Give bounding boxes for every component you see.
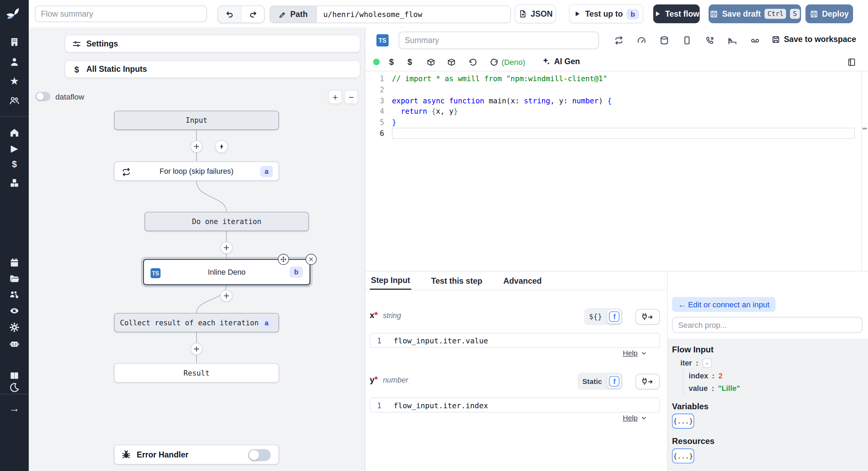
json-button[interactable]: JSON (515, 5, 556, 23)
code-line[interactable]: 3export async function main(x: string, y… (365, 95, 861, 106)
field-y-expression-editor[interactable]: 1 flow_input.iter.index (370, 397, 660, 412)
add-step-button[interactable] (190, 343, 202, 355)
sidebar-item-user[interactable] (0, 54, 29, 70)
node-do-one-iteration[interactable]: Do one iteration (144, 212, 309, 231)
node-inline-deno-selected[interactable]: TS Inline Deno b (143, 259, 310, 285)
javascript-mode-segment[interactable]: f (608, 374, 621, 388)
package-lock-button[interactable] (445, 57, 457, 68)
code-line[interactable]: 2 (365, 84, 861, 95)
save-to-workspace-button[interactable]: Save to workspace (772, 35, 856, 44)
error-handler-row[interactable]: Error Handler (114, 445, 279, 464)
path-button[interactable]: Path (270, 6, 317, 23)
step-summary-input[interactable] (399, 32, 599, 49)
sidebar-item-favorites[interactable]: ★ (0, 72, 29, 89)
cache-button[interactable] (658, 34, 670, 46)
error-handler-toggle[interactable] (248, 449, 270, 461)
add-step-button[interactable] (220, 242, 233, 254)
sidebar-item-home[interactable] (0, 125, 29, 141)
prop-row-index[interactable]: index : 2 (688, 371, 723, 380)
resources-title: Resources (672, 436, 715, 446)
save-draft-button[interactable]: Save draft Ctrl S (709, 5, 801, 23)
windmill-logo[interactable] (0, 6, 29, 24)
test-flow-button[interactable]: Test flow (653, 5, 700, 23)
sleep-button[interactable] (726, 34, 738, 46)
refresh-icon (489, 57, 499, 67)
field-x-connect-button[interactable] (635, 309, 660, 325)
package-button[interactable] (425, 57, 436, 68)
prop-row-value[interactable]: value : "Lille" (688, 384, 740, 393)
sidebar-item-runs[interactable]: ▶ (0, 140, 29, 156)
variable-picker-icon[interactable]: $ (389, 57, 394, 66)
node-for-loop[interactable]: For loop (skip failures) a (114, 162, 279, 181)
deploy-button[interactable]: Deploy (806, 5, 853, 23)
sidebar-item-workspace[interactable] (0, 34, 29, 50)
collapse-iter-button[interactable]: - (702, 358, 712, 368)
code-line[interactable]: 6 (365, 128, 861, 139)
flow-settings-button[interactable]: Settings (65, 35, 360, 52)
tab-advanced[interactable]: Advanced (502, 272, 543, 290)
mock-button[interactable] (749, 34, 761, 46)
node-collect-result[interactable]: Collect result of each iteration a (114, 313, 279, 332)
prop-row-iter[interactable]: iter : - (681, 358, 712, 368)
node-result[interactable]: Result (114, 363, 279, 383)
zoom-out-button[interactable]: − (344, 90, 358, 104)
sidebar-item-groups[interactable] (0, 286, 29, 303)
field-y-mode-toggle[interactable]: Static f (577, 373, 623, 390)
early-stop-button[interactable] (681, 34, 693, 46)
ai-gen-button[interactable]: AI Gen (541, 57, 580, 66)
path-input[interactable] (317, 6, 510, 23)
zoom-in-button[interactable]: + (328, 90, 342, 104)
tab-test-this-step[interactable]: Test this step (430, 272, 484, 290)
all-static-inputs-button[interactable]: $ All Static Inputs (65, 60, 360, 78)
add-trigger-button[interactable] (215, 140, 228, 153)
variables-object-button[interactable]: {...} (672, 414, 694, 429)
flow-summary-input[interactable] (35, 6, 207, 22)
mode-label[interactable]: ${} (586, 312, 606, 321)
suspend-button[interactable] (703, 34, 716, 46)
reload-runtime-button[interactable] (488, 57, 499, 68)
resources-object-button[interactable]: {...} (672, 448, 694, 463)
reset-code-button[interactable] (467, 57, 478, 68)
sidebar-item-settings[interactable] (0, 319, 29, 336)
runtime-label[interactable]: (Deno) (502, 58, 525, 67)
field-x-expression-editor[interactable]: 1 flow_input.iter.value (370, 333, 660, 348)
mode-label[interactable]: Static (579, 377, 606, 385)
field-y-connect-button[interactable] (635, 374, 660, 389)
retry-settings-button[interactable] (613, 34, 625, 46)
node-input[interactable]: Input (114, 111, 279, 130)
sidebar-item-variables[interactable]: $ (0, 156, 29, 173)
field-y-help-link[interactable]: Help (623, 414, 647, 422)
save-icon (772, 35, 780, 43)
add-step-button[interactable] (220, 290, 233, 302)
delete-node-button[interactable] (306, 254, 317, 265)
plug-arrow-icon (641, 377, 654, 386)
required-star: * (374, 310, 378, 320)
concurrency-limit-button[interactable] (635, 34, 648, 46)
sidebar-item-team[interactable] (0, 92, 29, 109)
dataflow-toggle[interactable] (35, 92, 50, 101)
sidebar-item-resources[interactable] (0, 175, 29, 191)
tab-step-input[interactable]: Step Input (370, 272, 411, 290)
search-prop-input[interactable] (672, 317, 862, 333)
test-up-to-button[interactable]: Test up to b (569, 5, 643, 23)
code-line[interactable]: 5} (365, 117, 861, 128)
javascript-mode-segment[interactable]: f (608, 310, 621, 324)
resource-picker-icon[interactable]: $ (407, 57, 412, 66)
field-x-mode-toggle[interactable]: ${} f (584, 308, 623, 325)
redo-button[interactable] (241, 6, 264, 23)
code-line[interactable]: 4 return {x, y} (365, 106, 861, 117)
field-x-help-link[interactable]: Help (623, 349, 647, 357)
sidebar-item-audit-logs[interactable] (0, 302, 29, 319)
sidebar-item-schedules[interactable] (0, 254, 29, 271)
edit-or-connect-button[interactable]: ← Edit or connect an input (672, 297, 776, 312)
sidebar-item-folders[interactable] (0, 271, 29, 287)
star-icon: ★ (10, 76, 19, 86)
library-panel-button[interactable] (846, 57, 857, 68)
sidebar-item-workers[interactable] (0, 336, 29, 352)
add-step-button[interactable] (190, 140, 202, 153)
undo-button[interactable] (218, 6, 241, 23)
move-node-handle[interactable] (278, 254, 289, 265)
sidebar-expand[interactable]: → (0, 400, 29, 417)
code-line[interactable]: 1// import * as wmill from "npm:windmill… (365, 74, 861, 84)
function-icon: f (609, 376, 619, 386)
